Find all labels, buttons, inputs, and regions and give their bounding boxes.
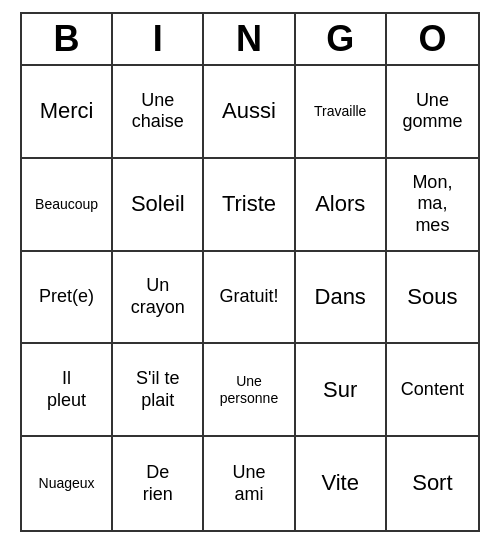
cell-text: Content [401,379,464,401]
bingo-cell: Mon,ma,mes [387,159,478,252]
cell-text: Mon,ma,mes [412,172,452,237]
header-letter: O [387,14,478,64]
cell-text: Nuageux [39,475,95,492]
header-letter: G [296,14,387,64]
cell-text: Unegomme [402,90,462,133]
bingo-cell: Ilpleut [22,344,113,437]
cell-text: Unepersonne [220,373,278,407]
bingo-cell: Sort [387,437,478,530]
bingo-cell: Dans [296,252,387,345]
cell-text: Unechaise [132,90,184,133]
bingo-card: BINGO MerciUnechaiseAussiTravailleUnegom… [20,12,480,532]
cell-text: Merci [40,98,94,124]
bingo-cell: Sur [296,344,387,437]
header-letter: B [22,14,113,64]
cell-text: Dans [315,284,366,310]
bingo-cell: S'il teplait [113,344,204,437]
cell-text: Sort [412,470,452,496]
cell-text: Beaucoup [35,196,98,213]
cell-text: Sur [323,377,357,403]
bingo-cell: Derien [113,437,204,530]
cell-text: Soleil [131,191,185,217]
bingo-cell: Content [387,344,478,437]
bingo-grid: MerciUnechaiseAussiTravailleUnegommeBeau… [20,64,480,532]
cell-text: Triste [222,191,276,217]
bingo-cell: Merci [22,66,113,159]
cell-text: Sous [407,284,457,310]
bingo-cell: Unechaise [113,66,204,159]
bingo-cell: Soleil [113,159,204,252]
bingo-cell: Unepersonne [204,344,295,437]
cell-text: Uneami [232,462,265,505]
cell-text: Ilpleut [47,368,86,411]
cell-text: Vite [321,470,359,496]
bingo-cell: Nuageux [22,437,113,530]
cell-text: Pret(e) [39,286,94,308]
header-letter: N [204,14,295,64]
bingo-cell: Unegomme [387,66,478,159]
bingo-cell: Uncrayon [113,252,204,345]
bingo-cell: Aussi [204,66,295,159]
bingo-cell: Uneami [204,437,295,530]
bingo-cell: Triste [204,159,295,252]
bingo-cell: Gratuit! [204,252,295,345]
cell-text: S'il teplait [136,368,179,411]
cell-text: Aussi [222,98,276,124]
bingo-header: BINGO [20,12,480,64]
bingo-cell: Sous [387,252,478,345]
bingo-cell: Alors [296,159,387,252]
cell-text: Alors [315,191,365,217]
bingo-cell: Travaille [296,66,387,159]
cell-text: Uncrayon [131,275,185,318]
header-letter: I [113,14,204,64]
cell-text: Derien [143,462,173,505]
cell-text: Gratuit! [219,286,278,308]
cell-text: Travaille [314,103,366,120]
bingo-cell: Beaucoup [22,159,113,252]
bingo-cell: Pret(e) [22,252,113,345]
bingo-cell: Vite [296,437,387,530]
